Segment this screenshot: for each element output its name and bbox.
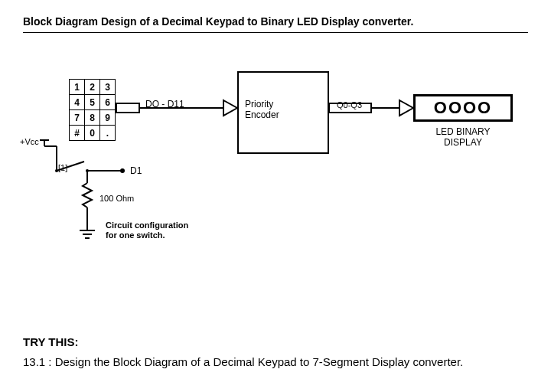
svg-marker-5 — [399, 100, 413, 116]
page-title: Block Diagram Design of a Decimal Keypad… — [23, 15, 528, 28]
led-glyph: OOOO — [434, 98, 492, 118]
switch-ref-label: [1] — [58, 163, 67, 172]
encoder-label: Priority Encoder — [245, 99, 279, 120]
key-4: 4 — [70, 95, 85, 110]
arrow1-label: DO - D11 — [145, 99, 184, 109]
try-this-heading: TRY THIS: — [23, 335, 528, 348]
key-1: 1 — [70, 80, 85, 95]
vcc-label: +Vcc — [20, 137, 39, 146]
led-binary-display: OOOO — [413, 94, 513, 122]
key-9: 9 — [100, 110, 116, 126]
led-caption: LED BINARY DISPLAY — [421, 126, 505, 148]
key-hash: # — [70, 126, 85, 141]
key-0: 0 — [85, 126, 100, 141]
svg-rect-0 — [116, 103, 139, 113]
task-text: 13.1 : Design the Block Diagram of a Dec… — [23, 354, 528, 370]
key-5: 5 — [85, 95, 100, 110]
priority-encoder-block: Priority Encoder — [237, 71, 329, 154]
divider — [23, 32, 528, 33]
resistor-label: 100 Ohm — [99, 194, 134, 203]
key-6: 6 — [100, 95, 116, 110]
circuit-caption: Circuit configuration for one switch. — [106, 220, 213, 240]
key-dot: . — [100, 126, 116, 141]
key-8: 8 — [85, 110, 100, 126]
svg-point-14 — [120, 168, 125, 173]
arrow2-label: Q0-Q3 — [337, 100, 362, 109]
svg-marker-2 — [223, 100, 237, 116]
d1-label: D1 — [130, 165, 142, 176]
key-7: 7 — [70, 110, 85, 126]
keypad: 1 2 3 4 5 6 7 8 9 # 0 . — [69, 79, 116, 141]
block-diagram: 1 2 3 4 5 6 7 8 9 # 0 . DO - D11 Priorit… — [23, 71, 528, 286]
key-3: 3 — [100, 80, 116, 95]
key-2: 2 — [85, 80, 100, 95]
